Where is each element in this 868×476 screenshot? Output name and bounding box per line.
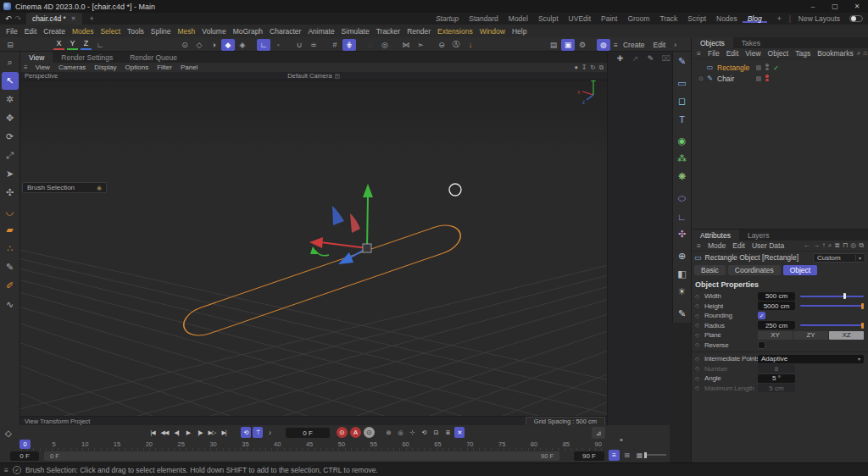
new-tab-button[interactable]: + xyxy=(82,14,102,23)
grid-icon[interactable]: # xyxy=(328,39,342,51)
radius-slider-handle[interactable] xyxy=(861,323,864,329)
width-slider-handle[interactable] xyxy=(843,293,846,299)
x-axis-lock[interactable]: X xyxy=(53,39,64,50)
move-tool-icon[interactable]: ✥ xyxy=(2,109,19,127)
timeline-ruler[interactable]: 051015202530354045505560657075808590 xyxy=(21,440,602,451)
rectangle-spline-icon[interactable]: ▭ xyxy=(674,75,691,92)
radius-input[interactable]: 250 cm xyxy=(758,321,795,329)
rotate-handle-green[interactable] xyxy=(315,251,329,256)
viewport-tab[interactable]: View xyxy=(20,52,53,63)
fcurve-icon[interactable]: ⊿ xyxy=(592,427,605,439)
menu-item[interactable]: Mesh xyxy=(175,27,199,36)
viewport-menu-icon[interactable]: ≡ xyxy=(20,64,31,71)
document-tab[interactable]: chair.c4d * ✕ xyxy=(26,13,82,25)
object-name[interactable]: Rectangle xyxy=(717,64,749,72)
multi-axis-tool-icon[interactable]: ✣ xyxy=(2,184,19,202)
model-mode-icon[interactable]: ◇ xyxy=(192,39,206,51)
mograph-icon[interactable]: ✣ xyxy=(674,225,691,243)
redo-icon[interactable]: ↷ xyxy=(15,14,22,23)
keyframe-presets-button[interactable]: ◎ xyxy=(395,427,405,438)
cube-primitive-icon[interactable]: ◻ xyxy=(674,92,691,110)
layout-lock-toggle[interactable] xyxy=(849,15,863,22)
param-anim-icon[interactable]: ◇ xyxy=(695,322,704,329)
width-input[interactable]: 500 cm xyxy=(758,292,795,301)
spline-sketch-icon[interactable]: ∿ xyxy=(2,296,19,313)
object-name[interactable]: Chair xyxy=(717,75,734,83)
viewport-tab[interactable]: Render Settings xyxy=(53,52,121,63)
menu-item[interactable]: Select xyxy=(97,27,124,36)
object-menu-item[interactable]: Edit xyxy=(723,49,743,58)
minimize-button[interactable]: – xyxy=(802,3,824,10)
viewport-3d-scene[interactable]: X Y Z xyxy=(20,72,607,425)
point-level-animation-button[interactable]: ⊹ xyxy=(407,427,417,438)
next-frame-button[interactable]: |▶ xyxy=(195,427,205,438)
workplane-lock-icon[interactable]: ▪ xyxy=(271,39,285,51)
gizmo-origin-cube[interactable] xyxy=(363,244,371,252)
snap-settings-icon[interactable]: ≐ xyxy=(307,39,320,51)
menu-item[interactable]: Volume xyxy=(198,27,229,36)
drop-to-floor-icon[interactable]: ↓ xyxy=(464,39,477,51)
tweak-tool-icon[interactable]: ✲ xyxy=(2,91,19,108)
param-anim-icon[interactable]: ◇ xyxy=(695,302,704,309)
menu-item[interactable]: Create xyxy=(40,27,69,36)
search-icon[interactable]: ⌕ xyxy=(857,49,860,58)
axis-gizmo[interactable] xyxy=(309,184,373,264)
object-menu-icon[interactable]: ≡ xyxy=(693,49,704,58)
coordinate-system-icon[interactable]: ∟ xyxy=(93,39,107,51)
animation-tools-button[interactable]: ✕ xyxy=(454,427,465,438)
layout-tab[interactable]: Sculpt xyxy=(533,14,564,23)
visibility-dots[interactable] xyxy=(765,64,769,70)
preview-range-bar[interactable]: 0 F 90 F xyxy=(44,451,559,461)
height-slider[interactable] xyxy=(800,302,864,310)
up-icon[interactable]: ↑ xyxy=(822,241,826,250)
snapshot-icon[interactable]: ◎ xyxy=(850,241,856,250)
chevron-icon[interactable]: › xyxy=(670,41,680,49)
subtract-selection-icon[interactable]: ⊖ xyxy=(435,39,448,51)
reset-view-icon[interactable]: ↻ xyxy=(590,64,595,72)
layout-tab[interactable]: Script xyxy=(682,14,711,23)
goto-end-button[interactable]: ▶| xyxy=(219,427,229,438)
keyframe-selection-button[interactable]: ⊙ xyxy=(364,427,375,438)
viewport-render-icon[interactable]: ◍ xyxy=(597,39,610,51)
edit-menu[interactable]: Edit xyxy=(649,41,669,49)
vertex-paint-icon[interactable]: ∴ xyxy=(2,240,19,257)
menu-item[interactable]: MoGraph xyxy=(230,27,266,36)
param-anim-icon[interactable]: ◇ xyxy=(695,356,704,363)
x-axis-arrowhead[interactable] xyxy=(309,237,323,248)
cappuccino-button[interactable]: ⟲ xyxy=(419,427,429,438)
menu-item[interactable]: Character xyxy=(266,27,304,36)
motion-system-button[interactable]: ≣ xyxy=(442,427,453,438)
pin-view-icon[interactable]: ↧ xyxy=(581,64,587,72)
layout-tab[interactable]: Startup xyxy=(431,14,464,23)
object-menu-item[interactable]: View xyxy=(742,49,764,58)
status-menu-icon[interactable]: ≡ xyxy=(4,466,8,474)
layout-tab[interactable]: Blog xyxy=(743,14,767,23)
prev-key-button[interactable]: ◀◀ xyxy=(159,427,170,438)
record-settings-button[interactable]: ⊜ xyxy=(383,427,393,438)
menu-item[interactable]: Render xyxy=(403,27,434,36)
measure-icon[interactable]: ∟ xyxy=(674,208,691,225)
reverse-checkbox[interactable] xyxy=(758,341,765,349)
mirror-icon[interactable]: ⋈ xyxy=(399,39,413,51)
visibility-dots[interactable] xyxy=(765,75,769,81)
light-icon[interactable]: ☀ xyxy=(674,283,691,301)
text-object-icon[interactable]: T xyxy=(674,110,691,128)
array-generator-icon[interactable]: ⁂ xyxy=(674,150,691,168)
viewport-menu-item[interactable]: Options xyxy=(121,64,153,71)
goto-start-button[interactable]: |◀ xyxy=(147,427,158,438)
search-tool-icon[interactable]: ⌕ xyxy=(2,53,19,71)
play-button[interactable]: ▶ xyxy=(183,427,193,438)
add-layout-button[interactable]: + xyxy=(772,14,787,23)
rotate-handle-green-arrowhead[interactable] xyxy=(310,246,318,254)
material-size-slider[interactable] xyxy=(644,454,666,456)
soft-selection-icon[interactable]: ◡ xyxy=(2,202,19,220)
panel-tab[interactable]: Attributes xyxy=(692,230,739,241)
loop-button[interactable]: ⟲ xyxy=(241,427,251,438)
viewport-menu-item[interactable]: Cameras xyxy=(54,64,90,71)
enabled-check-icon[interactable]: ✓ xyxy=(773,64,779,72)
menu-item[interactable]: Tools xyxy=(124,27,147,36)
deformer-icon[interactable]: ❋ xyxy=(674,168,691,185)
line-cut-icon[interactable]: ✐ xyxy=(2,277,19,295)
height-slider-handle[interactable] xyxy=(861,303,864,309)
axis-mode-icon[interactable]: ◌ xyxy=(364,39,377,51)
